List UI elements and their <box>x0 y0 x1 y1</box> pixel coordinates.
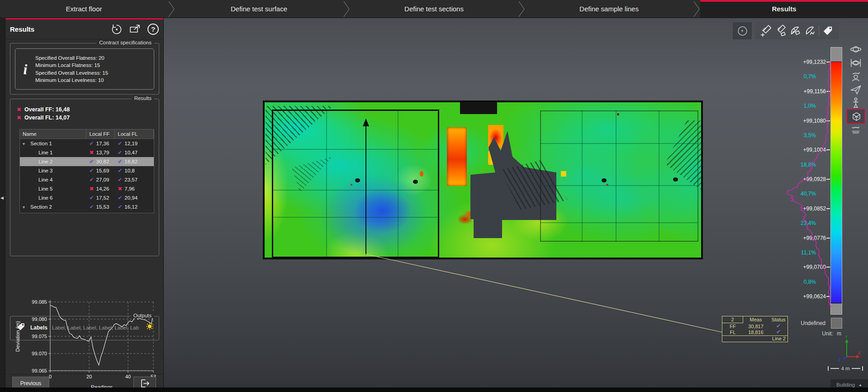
look-around-icon[interactable] <box>848 70 864 82</box>
heatmap-void-rect <box>460 102 497 114</box>
highlight-bulb-icon[interactable] <box>145 322 154 333</box>
turntable-icon[interactable] <box>848 123 864 136</box>
fly-icon[interactable] <box>848 83 864 96</box>
table-row-line-4[interactable]: Line 4✔27,09✔23,57 <box>20 175 154 184</box>
overall-results: ✖Overall FF: 16,48✖Overall FL: 14,07 <box>17 105 70 122</box>
annotation-footer: Line 2 <box>722 335 787 342</box>
row-fl-value: 12,19 <box>124 141 138 146</box>
fail-cross-icon: ✖ <box>89 150 94 155</box>
colorbar-value-label: +99,0776 <box>775 231 826 245</box>
expand-chevron-icon[interactable]: ▾ <box>23 141 28 146</box>
section-2-outline[interactable] <box>540 110 698 242</box>
viewport-3d[interactable]: 2 Meas Status FF 30,817 ✔ FL 18,816 ✔ Li… <box>164 18 868 392</box>
pass-check-icon: ✔ <box>89 141 94 146</box>
row-ff-value: 17,52 <box>96 195 109 201</box>
view-cube-icon[interactable] <box>848 110 864 123</box>
row-ff-cell: ✖13,79 <box>86 150 115 155</box>
row-name: Section 2 <box>30 204 52 210</box>
add-measurement-icon[interactable] <box>759 24 772 37</box>
row-fl-cell: ✔23,57 <box>115 177 154 182</box>
pass-check-icon: ✔ <box>118 195 122 201</box>
outputs-group: Outputs Labels Label, Label, Label, Labe… <box>10 316 159 340</box>
table-row-section-2[interactable]: ▾Section 2✔15,53✔16,12 <box>20 202 154 211</box>
group-label: Outputs <box>131 313 154 318</box>
colorbar-value-label: +99,0928 <box>775 172 826 186</box>
table-row-line-3[interactable]: Line 3✔15,69✔10,8 <box>20 166 154 175</box>
heatmap-hot-strip <box>447 127 467 186</box>
pass-check-icon: ✔ <box>89 168 94 173</box>
pass-check-icon: ✔ <box>89 159 94 164</box>
contract-line: Specified Overall Levelness: 15 <box>35 69 108 77</box>
orbit-icon[interactable] <box>848 43 864 56</box>
row-name-cell: Line 6 <box>20 195 86 201</box>
row-fl-cell: ✖7,96 <box>115 186 154 191</box>
table-row-line-6[interactable]: Line 6✔17,52✔20,94 <box>20 193 154 202</box>
contract-line: Minimum Local Flatness: 15 <box>35 62 108 69</box>
fail-cross-icon: ✖ <box>17 107 21 112</box>
section-1-outline[interactable] <box>272 110 439 258</box>
labels-value[interactable]: Label, Label, Label, Label, Label, Lab <box>52 325 141 330</box>
row-ff-value: 27,09 <box>96 177 109 182</box>
colorbar-percent-label: 40,7% <box>775 186 826 201</box>
erase-angle-icon[interactable] <box>789 24 802 37</box>
pass-check-icon: ✔ <box>118 168 122 173</box>
column-header-local-fl[interactable]: Local FL <box>115 129 154 139</box>
row-ff-cell: ✔17,52 <box>86 195 115 201</box>
row-name: Line 2 <box>30 159 52 164</box>
contract-info-box: i Specified Overall Flatness: 20Minimum … <box>15 48 154 90</box>
row-fl-cell: ✔16,12 <box>115 204 154 210</box>
annotation-ff-value: 30,817 <box>743 323 768 330</box>
sample-line-2-selected[interactable] <box>365 125 366 255</box>
chevron-up-icon: ▲ <box>859 383 862 387</box>
colorbar-percent-label: 0,8% <box>775 275 826 289</box>
colorbar-value-label: +99,1156 <box>775 84 826 99</box>
colorbar-percent-label: 3,5% <box>775 128 826 143</box>
tab-define-test-sections[interactable]: Define test sections <box>350 0 518 18</box>
table-row-line-2[interactable]: Line 2✔30,82✔18,82 <box>20 157 154 166</box>
results-panel: Results ? Contract specifications i Spec… <box>5 18 164 392</box>
contract-specifications-group: Contract specifications i Specified Over… <box>10 43 159 95</box>
labels-tool-icon[interactable] <box>821 24 834 37</box>
help-icon[interactable]: ? <box>147 24 159 35</box>
tab-separator-chevron <box>693 0 700 18</box>
column-header-local-ff[interactable]: Local FF <box>86 129 115 139</box>
column-header-name[interactable]: Name <box>20 129 86 139</box>
unit-label: Unit: <box>822 330 833 337</box>
tab-define-test-surface[interactable]: Define test surface <box>175 0 343 18</box>
constrained-orbit-icon[interactable] <box>848 57 864 69</box>
colorbar-labels: +99,12320,7%+99,11561,0%+99,10803,5%+99,… <box>775 55 826 305</box>
tab-extract-floor[interactable]: Extract floor <box>0 0 168 18</box>
table-row-line-1[interactable]: Line 1✖13,79✔10,47 <box>20 148 154 157</box>
scalebar-label: 4 m <box>841 366 849 371</box>
collapse-panel-arrow[interactable]: ◀ <box>0 196 4 200</box>
floor-heatmap[interactable] <box>263 100 703 259</box>
tab-label: Define test sections <box>404 5 464 13</box>
fail-cross-icon: ✖ <box>17 115 21 120</box>
row-name: Line 4 <box>30 177 52 182</box>
center-point-tool[interactable] <box>733 22 752 39</box>
pass-check-icon: ✔ <box>89 204 94 210</box>
table-row-line-5[interactable]: Line 5✖14,26✖7,96 <box>20 184 154 193</box>
row-fl-cell: ✔18,82 <box>115 159 154 164</box>
undefined-color-swatch[interactable] <box>831 318 842 329</box>
walk-icon[interactable] <box>848 96 864 109</box>
panel-title: Results <box>10 25 110 33</box>
pass-check-icon: ✔ <box>768 329 788 335</box>
expand-chevron-icon[interactable]: ▾ <box>23 205 28 210</box>
reset-icon[interactable] <box>110 23 123 35</box>
pass-check-icon: ✔ <box>118 159 122 164</box>
table-row-section-1[interactable]: ▾Section 1✔17,36✔12,19 <box>20 139 154 148</box>
tab-define-sample-lines[interactable]: Define sample lines <box>525 0 693 18</box>
row-ff-value: 15,53 <box>96 204 109 210</box>
tab-label: Extract floor <box>66 5 102 13</box>
elevation-colorbar[interactable] <box>830 47 842 315</box>
row-name-cell: ▾Section 2 <box>20 204 86 210</box>
tab-label: Define test surface <box>231 5 287 13</box>
popout-icon[interactable] <box>129 23 141 35</box>
row-fl-value: 20,94 <box>124 195 138 201</box>
delete-measurement-icon[interactable] <box>774 24 787 37</box>
angle-measure-icon[interactable] <box>804 24 816 37</box>
pass-check-icon: ✔ <box>89 195 94 201</box>
tab-results[interactable]: Results <box>700 0 868 18</box>
app-window: Extract floorDefine test surfaceDefine t… <box>0 0 868 392</box>
